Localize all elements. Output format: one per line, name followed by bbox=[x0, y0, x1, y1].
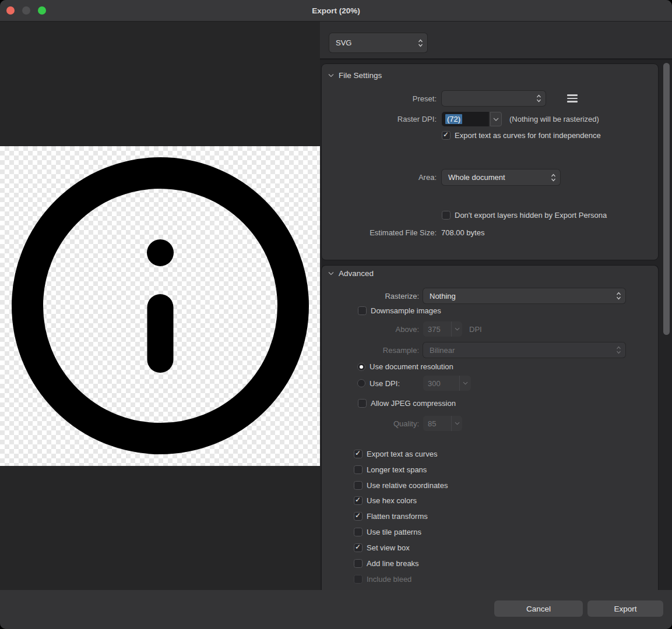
section-title: File Settings bbox=[339, 71, 382, 80]
cancel-button[interactable]: Cancel bbox=[494, 600, 583, 617]
include-bleed-checkbox bbox=[354, 575, 363, 584]
title-bar: Export (20%) bbox=[0, 0, 672, 22]
option-row-use-relative-coordinates[interactable]: Use relative coordinates bbox=[354, 480, 448, 490]
resample-dropdown: Bilinear bbox=[423, 342, 625, 358]
downsample-checkbox-row[interactable]: Downsample images bbox=[358, 306, 441, 315]
use-document-resolution-label[interactable]: Use document resolution bbox=[370, 362, 453, 371]
hidden-layers-checkbox[interactable] bbox=[442, 211, 451, 220]
file-settings-group: File Settings Preset: Raster DPI: (72) bbox=[321, 63, 659, 260]
use-hex-colors-checkbox[interactable] bbox=[354, 496, 363, 505]
resample-dropdown-value: Bilinear bbox=[430, 346, 455, 355]
option-label[interactable]: Use hex colors bbox=[367, 496, 417, 505]
advanced-group: Advanced Rasterize: Nothing Downsample i… bbox=[321, 265, 659, 614]
option-row-longer-text-spans[interactable]: Longer text spans bbox=[354, 465, 427, 474]
raster-dpi-value: (72) bbox=[445, 114, 462, 124]
hidden-layers-checkbox-label[interactable]: Don't export layers hidden by Export Per… bbox=[455, 211, 607, 220]
export-text-as-curves-checkbox[interactable] bbox=[354, 450, 363, 458]
downsample-checkbox-label[interactable]: Downsample images bbox=[371, 306, 441, 315]
use-dpi-combo: 300 bbox=[423, 376, 471, 391]
use-document-resolution-radio[interactable] bbox=[357, 363, 365, 371]
downsample-checkbox[interactable] bbox=[358, 306, 367, 315]
option-label[interactable]: Use tile patterns bbox=[367, 528, 421, 536]
option-row-use-tile-patterns[interactable]: Use tile patterns bbox=[354, 527, 421, 536]
curves-font-checkbox-row[interactable]: Export text as curves for font independe… bbox=[442, 130, 601, 140]
chevron-down-icon bbox=[328, 73, 334, 77]
above-label: Above: bbox=[322, 325, 419, 334]
chevron-down-icon bbox=[451, 416, 462, 431]
quality-value: 85 bbox=[423, 416, 451, 431]
longer-text-spans-checkbox[interactable] bbox=[354, 465, 363, 474]
area-dropdown-value: Whole document bbox=[448, 173, 505, 182]
set-view-box-checkbox[interactable] bbox=[354, 543, 363, 552]
stepper-icon bbox=[616, 292, 621, 301]
format-dropdown[interactable]: SVG bbox=[329, 33, 427, 52]
info-icon bbox=[12, 157, 309, 454]
section-title: Advanced bbox=[339, 269, 374, 278]
option-row-export-text-as-curves[interactable]: Export text as curves bbox=[354, 449, 437, 458]
option-row-add-line-breaks[interactable]: Add line breaks bbox=[354, 559, 419, 568]
area-dropdown[interactable]: Whole document bbox=[442, 169, 560, 185]
stepper-icon bbox=[536, 94, 541, 103]
curves-font-checkbox[interactable] bbox=[442, 131, 451, 140]
file-size-label: Estimated File Size: bbox=[322, 228, 437, 237]
quality-combo: 85 bbox=[423, 416, 462, 431]
raster-dpi-dropdown-button[interactable] bbox=[490, 112, 502, 126]
use-tile-patterns-checkbox[interactable] bbox=[354, 528, 363, 536]
rasterize-dropdown[interactable]: Nothing bbox=[423, 288, 625, 303]
use-relative-coordinates-checkbox[interactable] bbox=[354, 481, 363, 490]
stepper-icon bbox=[616, 346, 621, 355]
resample-label: Resample: bbox=[322, 346, 419, 355]
flatten-transforms-checkbox[interactable] bbox=[354, 512, 363, 521]
above-dpi-combo: 375 bbox=[423, 321, 462, 337]
rasterize-label: Rasterize: bbox=[322, 292, 419, 301]
export-settings-panel: SVG File Settings Preset: bbox=[320, 22, 672, 590]
use-dpi-radio[interactable] bbox=[357, 379, 365, 387]
export-dialog: Export (20%) SVG bbox=[0, 0, 672, 629]
preset-dropdown[interactable] bbox=[442, 91, 546, 106]
scrollbar-thumb[interactable] bbox=[663, 63, 670, 335]
jpeg-compression-checkbox-row[interactable]: Allow JPEG compression bbox=[358, 398, 456, 408]
add-line-breaks-checkbox[interactable] bbox=[354, 559, 363, 568]
transparency-checkerboard bbox=[0, 146, 320, 466]
file-settings-header[interactable]: File Settings bbox=[328, 71, 382, 80]
jpeg-compression-checkbox-label[interactable]: Allow JPEG compression bbox=[371, 399, 456, 408]
option-label[interactable]: Set view box bbox=[367, 543, 410, 552]
file-size-value: 708.00 bytes bbox=[441, 228, 484, 237]
option-label[interactable]: Longer text spans bbox=[367, 465, 427, 474]
stepper-icon bbox=[418, 38, 423, 47]
option-row-use-hex-colors[interactable]: Use hex colors bbox=[354, 496, 417, 505]
export-button[interactable]: Export bbox=[587, 600, 663, 617]
dialog-footer: Cancel Export bbox=[0, 590, 672, 629]
raster-dpi-label: Raster DPI: bbox=[322, 115, 437, 123]
chevron-down-icon bbox=[493, 118, 499, 121]
chevron-down-icon bbox=[459, 376, 471, 391]
preset-label: Preset: bbox=[322, 94, 437, 103]
option-label[interactable]: Use relative coordinates bbox=[367, 481, 448, 490]
use-dpi-value: 300 bbox=[423, 376, 459, 391]
option-label[interactable]: Export text as curves bbox=[367, 450, 437, 458]
option-label[interactable]: Add line breaks bbox=[367, 559, 419, 568]
option-row-set-view-box[interactable]: Set view box bbox=[354, 543, 410, 552]
option-label: Include bleed bbox=[367, 575, 411, 584]
stepper-icon bbox=[551, 173, 556, 182]
use-document-resolution-radio-row[interactable]: Use document resolution bbox=[357, 362, 453, 371]
option-row-flatten-transforms[interactable]: Flatten transforms bbox=[354, 511, 428, 521]
format-strip: SVG bbox=[320, 22, 672, 60]
rasterize-dropdown-value: Nothing bbox=[430, 292, 456, 301]
export-preview-pane bbox=[0, 22, 320, 590]
format-dropdown-value: SVG bbox=[336, 38, 351, 47]
jpeg-compression-checkbox[interactable] bbox=[358, 399, 367, 408]
advanced-header[interactable]: Advanced bbox=[328, 269, 374, 278]
area-label: Area: bbox=[322, 173, 437, 182]
above-dpi-suffix: DPI bbox=[469, 325, 482, 334]
chevron-down-icon bbox=[328, 271, 334, 275]
use-dpi-label[interactable]: Use DPI: bbox=[370, 379, 400, 388]
raster-dpi-input[interactable]: (72) bbox=[442, 112, 489, 126]
option-row-include-bleed: Include bleed bbox=[354, 574, 411, 584]
quality-label: Quality: bbox=[322, 419, 419, 428]
curves-font-checkbox-label[interactable]: Export text as curves for font independe… bbox=[455, 131, 601, 140]
hidden-layers-checkbox-row[interactable]: Don't export layers hidden by Export Per… bbox=[442, 210, 607, 220]
option-label[interactable]: Flatten transforms bbox=[367, 512, 428, 521]
preset-menu-icon[interactable] bbox=[567, 94, 578, 103]
raster-dpi-note: (Nothing will be rasterized) bbox=[509, 115, 599, 123]
